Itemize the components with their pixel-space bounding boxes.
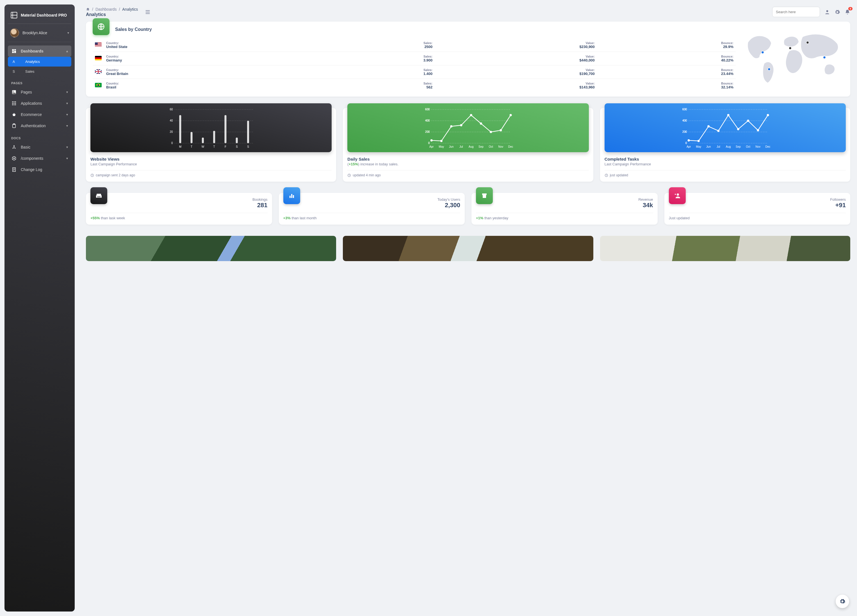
brand: Material Dashboard PRO: [8, 9, 71, 24]
chart-title: Daily Sales: [347, 157, 589, 161]
svg-rect-42: [247, 121, 249, 143]
notifications-icon[interactable]: 9: [845, 9, 850, 15]
settings-icon[interactable]: [835, 9, 840, 15]
svg-rect-36: [213, 131, 215, 143]
sidebar-item-pages[interactable]: Pages ▾: [8, 87, 71, 98]
svg-point-6: [13, 91, 14, 92]
svg-text:Dec: Dec: [508, 145, 513, 148]
media-thumb[interactable]: [86, 236, 336, 261]
sidebar-item-label: Basic: [21, 145, 30, 149]
stat-card: Today's Users 2,300 +3% than last month: [279, 193, 465, 224]
chart-subtitle: Last Campaign Performance: [605, 162, 846, 166]
chevron-down-icon: ▾: [66, 124, 68, 128]
flag-icon: [95, 83, 102, 87]
sidebar-item-applications[interactable]: Applications ▾: [8, 98, 71, 109]
table-row: Country:Germany Sales:3.900 Value:$440,0…: [93, 52, 736, 65]
home-icon[interactable]: [86, 7, 90, 11]
svg-point-110: [757, 129, 759, 132]
svg-point-108: [747, 119, 749, 122]
svg-point-63: [440, 140, 442, 142]
clock-icon: [90, 173, 94, 177]
sidebar-item-label: Change Log: [21, 167, 42, 172]
page-title: Analytics: [86, 12, 138, 17]
stat-value: 2,300: [438, 201, 460, 209]
svg-text:Sep: Sep: [736, 145, 741, 148]
brand-title: Material Dashboard PRO: [21, 13, 67, 17]
stat-value: 34k: [638, 201, 653, 209]
svg-text:Jun: Jun: [449, 145, 453, 148]
chart-card: 02004006000200400600AprMayJunJulAugSepOc…: [600, 108, 850, 182]
chevron-down-icon: ▾: [66, 156, 68, 160]
svg-text:Aug: Aug: [469, 145, 474, 148]
chart-subtitle: (+15%) increase in today sales.: [347, 162, 589, 166]
sidebar-item-sales[interactable]: S Sales: [8, 67, 71, 76]
svg-point-104: [727, 114, 729, 116]
chevron-down-icon: ▾: [66, 145, 68, 149]
stat-label: Revenue: [638, 197, 653, 201]
breadcrumb-current: Analytics: [122, 7, 138, 11]
breadcrumb-link-dashboards[interactable]: Dashboards: [96, 7, 117, 11]
stat-value: +91: [830, 201, 846, 209]
media-thumb[interactable]: [343, 236, 593, 261]
svg-point-77: [510, 114, 512, 116]
notification-badge: 9: [848, 7, 852, 10]
account-icon[interactable]: [825, 9, 830, 15]
sidebar-item-changelog[interactable]: Change Log: [8, 164, 71, 175]
chart-visual: 0204060MTWTFSS: [90, 103, 332, 152]
weekend-icon: [90, 187, 107, 204]
svg-rect-2: [14, 49, 16, 50]
svg-rect-11: [14, 103, 15, 104]
svg-rect-12: [15, 103, 16, 104]
sidebar-item-components[interactable]: /components ▾: [8, 153, 71, 164]
svg-text:Apr: Apr: [687, 145, 691, 148]
sidebar-item-label: Applications: [21, 101, 42, 105]
sidebar-item-label: Authentication: [21, 124, 46, 128]
svg-rect-10: [12, 103, 13, 104]
svg-rect-40: [236, 138, 238, 143]
chevron-down-icon: ▾: [66, 113, 68, 116]
sidebar-item-label: Pages: [21, 90, 32, 94]
stat-footer: Just updated: [669, 216, 846, 220]
menu-toggle-icon[interactable]: [145, 9, 151, 15]
svg-rect-1: [12, 49, 14, 51]
svg-rect-115: [289, 196, 291, 198]
sidebar: Material Dashboard PRO Brooklyn Alice ▾ …: [5, 5, 75, 611]
apps-icon: [11, 101, 17, 106]
brand-icon: [10, 11, 18, 19]
svg-rect-32: [191, 132, 193, 143]
chart-card: 02004006000200400600AprMayJunJulAugSepOc…: [343, 108, 593, 182]
sidebar-item-ecommerce[interactable]: Ecommerce ▾: [8, 109, 71, 120]
stat-card: Bookings 281 +55% than lask week: [86, 193, 272, 224]
svg-rect-116: [291, 194, 292, 198]
svg-text:200: 200: [682, 130, 687, 133]
table-row: Country:Brasil Sales:562 Value:$143,960 …: [93, 79, 736, 92]
clipboard-icon: [11, 123, 17, 128]
svg-text:Oct: Oct: [489, 145, 493, 148]
card-title: Sales by Country: [115, 27, 152, 32]
flag-icon: [95, 70, 102, 74]
sidebar-item-label: Sales: [25, 70, 34, 74]
sidebar-item-analytics[interactable]: A Analytics: [8, 57, 71, 67]
sales-by-country-card: Sales by Country Country:United State Sa…: [86, 22, 850, 97]
map-marker-br: [768, 68, 770, 70]
basket-icon: [11, 112, 17, 118]
svg-rect-38: [224, 115, 226, 143]
svg-point-112: [767, 114, 769, 116]
dashboard-icon: [11, 48, 17, 54]
svg-text:0: 0: [428, 141, 430, 145]
stat-label: Today's Users: [438, 197, 460, 201]
chart-visual: 02004006000200400600AprMayJunJulAugSepOc…: [605, 103, 846, 152]
svg-text:Aug: Aug: [726, 145, 731, 148]
chart-title: Website Views: [90, 157, 332, 161]
sidebar-user[interactable]: Brooklyn Alice ▾: [8, 24, 71, 42]
sidebar-item-authentication[interactable]: Authentication ▾: [8, 120, 71, 132]
sidebar-item-label: /components: [21, 156, 43, 161]
sidebar-item-basic[interactable]: Basic ▾: [8, 141, 71, 153]
settings-fab[interactable]: [836, 595, 849, 608]
media-thumb[interactable]: [600, 236, 850, 261]
svg-point-106: [737, 128, 739, 130]
sidebar-item-dashboards[interactable]: Dashboards ▴: [8, 45, 71, 57]
rocket-icon: [11, 144, 17, 150]
svg-text:Jul: Jul: [459, 145, 463, 148]
search-input[interactable]: [772, 7, 820, 17]
